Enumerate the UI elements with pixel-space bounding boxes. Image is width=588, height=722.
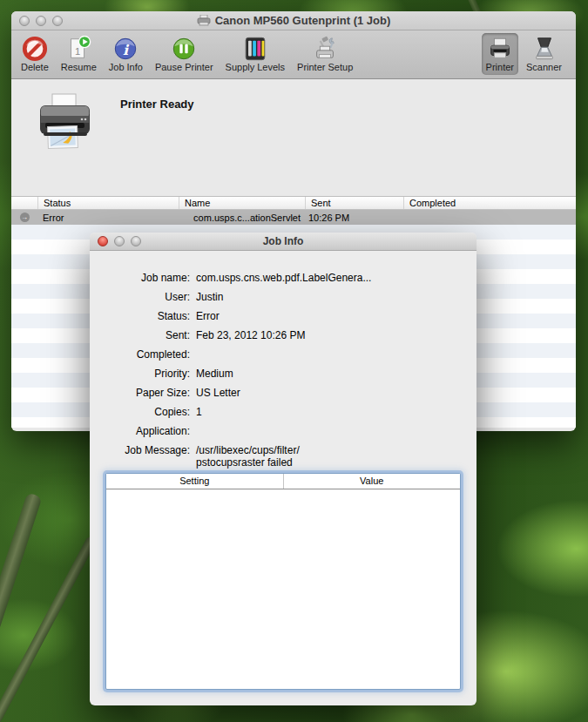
field-application: Application: [90,425,476,444]
pause-printer-icon [171,35,197,62]
field-copies: Copies: 1 [90,406,476,425]
printer-status-area: Printer Ready [11,79,576,196]
job-info-titlebar[interactable]: Job Info [90,233,476,251]
toolbar: Delete 1 Resume [11,30,576,79]
scanner-view-button[interactable]: Scanner [522,33,566,75]
supply-levels-icon [242,35,268,62]
field-user: User: Justin [90,291,476,310]
settings-table-header: Setting Value [106,474,460,489]
printer-view-button[interactable]: Printer [482,33,518,75]
delete-label: Delete [21,62,49,72]
window-title-text: Canon MP560 Gutenprint (1 Job) [215,14,391,27]
job-info-label: Job Info [109,62,143,72]
resume-icon: 1 [65,35,91,62]
field-status: Status: Error [90,310,476,329]
job-settings-table[interactable]: Setting Value [105,473,461,690]
column-header-name[interactable]: Name [179,197,305,209]
job-info-fields: Job name: com.usps.cns.web.pdf.LabelGene… [90,272,476,469]
dialog-zoom-button[interactable] [131,236,141,246]
field-job-name: Job name: com.usps.cns.web.pdf.LabelGene… [90,272,476,291]
printer-proxy-icon [197,15,211,26]
value-column-header[interactable]: Value [284,474,461,489]
delete-icon [22,35,48,62]
printer-setup-icon [311,35,339,62]
delete-button[interactable]: Delete [17,33,53,75]
job-info-button[interactable]: i Job Info [105,33,147,75]
printer-view-icon [487,35,513,62]
pause-printer-button[interactable]: Pause Printer [151,33,218,75]
svg-text:1: 1 [75,45,80,56]
printer-view-label: Printer [486,62,514,72]
minimize-button[interactable] [36,16,46,26]
supply-levels-label: Supply Levels [226,62,286,72]
job-status-arrow-icon: → [11,213,37,222]
window-title: Canon MP560 Gutenprint (1 Job) [197,14,391,27]
settings-table-body [106,489,460,689]
job-info-icon: i [112,35,139,62]
column-header-status[interactable]: Status [37,197,179,209]
column-header-icon [11,197,37,209]
field-completed: Completed: [90,348,476,368]
resume-label: Resume [61,62,97,72]
printer-status-icon [37,92,94,157]
scanner-view-icon [531,35,558,62]
dialog-window-controls [98,236,141,246]
desktop: Canon MP560 Gutenprint (1 Job) Delete [0,0,588,722]
job-info-dialog: Job Info Job name: com.usps.cns.web.pdf.… [90,233,476,705]
settings-column-header[interactable]: Setting [106,474,284,489]
field-paper-size: Paper Size: US Letter [90,387,476,406]
field-job-message: Job Message: /usr/libexec/cups/filter/ p… [90,444,476,469]
column-header-sent[interactable]: Sent [305,197,403,209]
job-row-error[interactable]: → Error com.usps.c...ationServlet 10:26 … [11,210,576,225]
job-name-cell: com.usps.c...ationServlet [179,213,305,223]
window-controls [19,16,63,26]
printer-status-text: Printer Ready [120,98,194,111]
printer-setup-button[interactable]: Printer Setup [293,33,357,75]
resume-button[interactable]: 1 Resume [57,33,101,75]
close-button[interactable] [19,16,30,26]
printer-setup-label: Printer Setup [297,62,353,72]
dialog-minimize-button[interactable] [114,236,125,246]
job-status-cell: Error [37,213,179,223]
dialog-title: Job Info [263,235,304,247]
dialog-close-button[interactable] [98,236,108,246]
pause-printer-label: Pause Printer [155,62,213,72]
column-header-completed[interactable]: Completed [403,197,576,209]
job-sent-cell: 10:26 PM [305,213,403,223]
printer-window-titlebar[interactable]: Canon MP560 Gutenprint (1 Job) [11,11,576,30]
job-table-header: Status Name Sent Completed [11,196,576,210]
field-sent: Sent: Feb 23, 2012 10:26 PM [90,329,476,348]
supply-levels-button[interactable]: Supply Levels [221,33,290,75]
field-priority: Priority: Medium [90,368,476,387]
zoom-button[interactable] [52,16,63,26]
scanner-view-label: Scanner [526,62,562,72]
